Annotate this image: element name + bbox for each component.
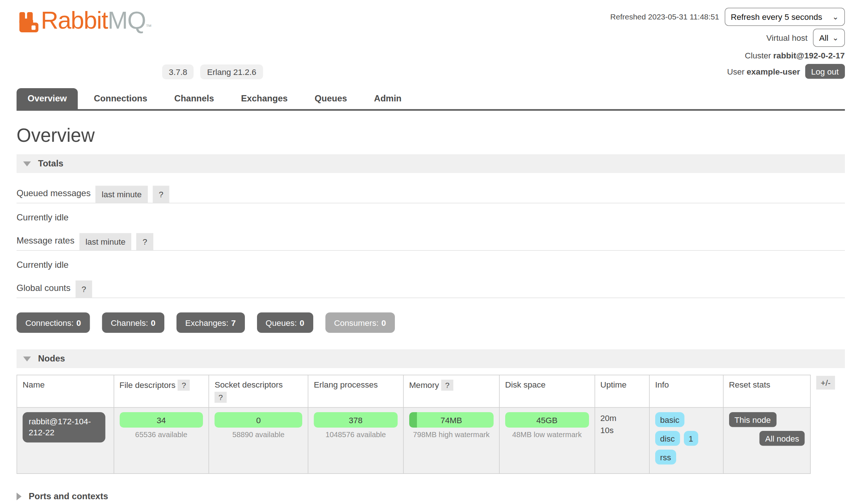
channels-count-button[interactable]: Channels:0 xyxy=(102,313,164,333)
socket-descriptors-detail: 58890 available xyxy=(215,431,302,439)
col-header-memory: Memory ? xyxy=(403,375,499,408)
info-badge-1: 1 xyxy=(684,431,698,446)
global-counts-help-icon[interactable]: ? xyxy=(75,281,92,298)
refresh-interval-select[interactable]: Refresh every 5 seconds ⌄ xyxy=(725,8,845,26)
col-header-file-descriptors: File descriptors ? xyxy=(114,375,209,408)
main-nav-tabs: Overview Connections Channels Exchanges … xyxy=(17,88,845,111)
col-header-socket-descriptors: Socket descriptors ? xyxy=(209,375,308,408)
reset-this-node-button[interactable]: This node xyxy=(729,412,776,427)
tab-exchanges[interactable]: Exchanges xyxy=(230,88,299,109)
expand-triangle-icon xyxy=(17,493,22,500)
page-title: Overview xyxy=(17,125,845,146)
disk-space-cell: 45GB 48MB low watermark xyxy=(499,407,595,474)
tab-admin[interactable]: Admin xyxy=(363,88,413,109)
memory-help-icon[interactable]: ? xyxy=(441,380,453,391)
exchanges-count-button[interactable]: Exchanges:7 xyxy=(176,313,245,333)
queued-messages-label: Queued messages xyxy=(17,186,96,203)
col-header-reset-stats: Reset stats xyxy=(723,375,811,408)
message-rates-row: Message rates last minute ? xyxy=(17,233,845,251)
node-row: rabbit@172-104-212-22 34 65536 available xyxy=(17,407,811,474)
memory-bar: 74MB xyxy=(409,412,494,428)
file-descriptors-cell: 34 65536 available xyxy=(114,407,209,474)
trademark-symbol: ™ xyxy=(146,23,151,30)
global-counts-buttons: Connections:0 Channels:0 Exchanges:7 Que… xyxy=(17,313,845,333)
consumers-count-button[interactable]: Consumers:0 xyxy=(325,313,395,333)
virtual-host-select[interactable]: All ⌄ xyxy=(813,29,845,47)
message-rates-label: Message rates xyxy=(17,233,79,251)
tab-overview[interactable]: Overview xyxy=(17,88,78,109)
rabbitmq-version-badge: 3.7.8 xyxy=(162,65,194,80)
cluster-name: rabbit@192-0-2-17 xyxy=(773,50,845,61)
rabbitmq-logo-icon xyxy=(17,8,41,37)
totals-section-title: Totals xyxy=(38,159,64,169)
queued-messages-row: Queued messages last minute ? xyxy=(17,186,845,204)
info-cell: basic disc 1 rss xyxy=(649,407,723,474)
global-counts-row: Global counts ? xyxy=(17,281,845,298)
rabbitmq-logo-link[interactable]: RabbitMQ™ xyxy=(17,8,151,82)
logout-button[interactable]: Log out xyxy=(805,64,845,79)
global-counts-label: Global counts xyxy=(17,281,75,298)
uptime-value: 20m 10s xyxy=(600,412,629,436)
file-descriptors-detail: 65536 available xyxy=(119,431,203,439)
info-badge-basic: basic xyxy=(655,412,685,427)
user-label: User xyxy=(727,66,745,78)
socket-descriptors-bar: 0 xyxy=(215,412,302,428)
user-name: example-user xyxy=(747,66,800,78)
file-descriptors-bar: 34 xyxy=(119,412,203,428)
col-header-name: Name xyxy=(17,375,114,408)
node-name-link[interactable]: rabbit@172-104-212-22 xyxy=(23,412,106,442)
message-rates-help-icon[interactable]: ? xyxy=(136,233,153,251)
socket-descriptors-cell: 0 58890 available xyxy=(209,407,308,474)
tab-queues[interactable]: Queues xyxy=(304,88,358,109)
top-bar: RabbitMQ™ 3.7.8 Erlang 21.2.6 Refreshed … xyxy=(17,0,845,82)
col-header-erlang-processes: Erlang processes xyxy=(308,375,403,408)
queued-messages-status: Currently idle xyxy=(17,213,845,223)
info-badge-rss: rss xyxy=(655,450,676,465)
col-header-uptime: Uptime xyxy=(595,375,649,408)
chevron-down-icon: ⌄ xyxy=(832,14,839,19)
erlang-version-badge: Erlang 21.2.6 xyxy=(200,65,263,80)
erlang-processes-cell: 378 1048576 available xyxy=(308,407,403,474)
memory-cell: 74MB 798MB high watermark xyxy=(403,407,499,474)
queued-messages-range-tab[interactable]: last minute xyxy=(96,186,148,203)
virtual-host-label: Virtual host xyxy=(766,32,807,44)
memory-detail: 798MB high watermark xyxy=(409,431,494,439)
col-header-disk-space: Disk space xyxy=(499,375,595,408)
reset-all-nodes-button[interactable]: All nodes xyxy=(760,431,805,446)
collapse-triangle-icon xyxy=(23,161,31,166)
nodes-section-title: Nodes xyxy=(38,354,65,364)
disk-space-bar: 45GB xyxy=(505,412,589,428)
tab-connections[interactable]: Connections xyxy=(83,88,158,109)
queued-messages-help-icon[interactable]: ? xyxy=(153,186,169,203)
info-badge-disc: disc xyxy=(655,431,680,446)
erlang-processes-detail: 1048576 available xyxy=(314,431,398,439)
queues-count-button[interactable]: Queues:0 xyxy=(257,313,313,333)
message-rates-status: Currently idle xyxy=(17,260,845,270)
column-selector-toggle[interactable]: +/- xyxy=(816,376,835,390)
socket-descriptors-help-icon[interactable]: ? xyxy=(215,392,227,403)
chevron-down-icon: ⌄ xyxy=(832,35,839,40)
cluster-label: Cluster xyxy=(745,50,771,61)
refreshed-timestamp: Refreshed 2023-05-31 11:48:51 xyxy=(610,11,719,22)
nodes-table: Name File descriptors ? Socket descripto… xyxy=(17,375,811,474)
nodes-section-toggle[interactable]: Nodes xyxy=(17,349,845,368)
col-header-info: Info xyxy=(649,375,723,408)
nodes-table-header-row: Name File descriptors ? Socket descripto… xyxy=(17,375,811,408)
disk-space-detail: 48MB low watermark xyxy=(505,431,589,439)
rabbitmq-management-page: RabbitMQ™ 3.7.8 Erlang 21.2.6 Refreshed … xyxy=(0,0,853,504)
brand-wordmark: RabbitMQ™ xyxy=(41,8,151,33)
collapse-triangle-icon xyxy=(23,356,31,361)
file-descriptors-help-icon[interactable]: ? xyxy=(178,380,190,391)
uptime-cell: 20m 10s xyxy=(595,407,649,474)
ports-and-contexts-toggle[interactable]: Ports and contexts xyxy=(17,492,845,501)
erlang-processes-bar: 378 xyxy=(314,412,398,428)
totals-section-toggle[interactable]: Totals xyxy=(17,154,845,173)
tab-channels[interactable]: Channels xyxy=(163,88,225,109)
reset-stats-cell: This node All nodes xyxy=(723,407,811,474)
connections-count-button[interactable]: Connections:0 xyxy=(17,313,90,333)
message-rates-range-tab[interactable]: last minute xyxy=(79,233,132,251)
